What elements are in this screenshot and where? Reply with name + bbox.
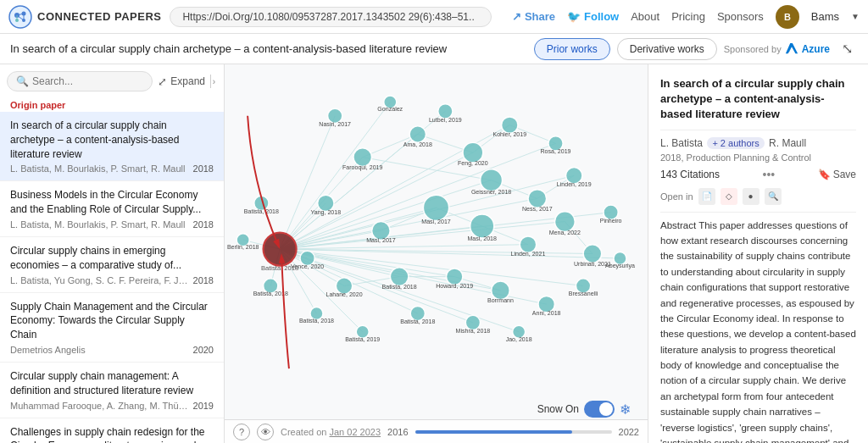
svg-text:Gonzalez: Gonzalez	[377, 106, 403, 112]
about-button[interactable]: About	[631, 10, 659, 23]
more-authors-badge[interactable]: + 2 authors	[707, 137, 764, 149]
bookmark-icon: 🔖	[818, 169, 831, 180]
open-icon-1[interactable]: 📄	[698, 188, 715, 205]
avatar[interactable]: B	[776, 5, 799, 29]
paper-list-item[interactable]: Business Models in the Circular Economy …	[0, 181, 224, 237]
paper-item-year: 2020	[193, 345, 214, 355]
svg-text:Feng, 2020: Feng, 2020	[458, 160, 488, 167]
snow-toggle[interactable]: Snow On ❄	[537, 401, 631, 418]
open-icon-2[interactable]: ◇	[721, 188, 737, 205]
svg-text:Ness, 2017: Ness, 2017	[522, 206, 553, 212]
collapse-panel-button[interactable]: ›	[210, 75, 217, 88]
sponsors-button[interactable]: Sponsors	[717, 10, 764, 23]
azure-icon	[785, 42, 798, 56]
main: 🔍 ⤢ Expand › Origin paper In search of a…	[0, 64, 868, 443]
svg-text:Masi, 2017: Masi, 2017	[421, 219, 451, 224]
svg-text:Yang, 2018: Yang, 2018	[311, 209, 342, 216]
svg-text:Batista, 2019: Batista, 2019	[345, 336, 380, 342]
paper-item-title: Challenges in supply chain redesign for …	[10, 425, 214, 443]
sub-header: In search of a circular supply chain arc…	[0, 34, 868, 64]
fullscreen-button[interactable]: ⤡	[837, 39, 858, 58]
year-end: 2022	[619, 427, 639, 437]
graph-area[interactable]: Batista, 2018 Farooqui, 2019 Ama, 2018 F…	[225, 64, 648, 443]
rp-divider	[660, 130, 856, 130]
sponsored-area: Sponsored by Azure	[724, 42, 830, 56]
search-input[interactable]	[32, 75, 143, 87]
svg-marker-9	[786, 42, 798, 53]
svg-text:Batista, 2018: Batista, 2018	[400, 318, 435, 324]
svg-text:Ama, 2018: Ama, 2018	[403, 141, 432, 147]
sub-header-actions: Prior works Derivative works Sponsored b…	[534, 38, 858, 60]
citation-count: 143 Citations	[660, 169, 720, 180]
more-options-button[interactable]: •••	[762, 168, 775, 181]
paper-item-year: 2018	[193, 163, 214, 174]
paper-item-authors: L. Batista, Yu Gong, S. C. F. Pereira, F…	[10, 275, 188, 285]
search-input-wrap: 🔍	[7, 71, 153, 91]
svg-text:Vence, 2020: Vence, 2020	[291, 263, 324, 269]
paper-item-year: 2019	[193, 401, 214, 411]
svg-text:Borrmann: Borrmann	[487, 297, 514, 303]
snowflake-icon: ❄	[620, 401, 631, 418]
url-bar[interactable]: Https://Doi.Org/10.1080/09537287.2017.13…	[170, 7, 492, 27]
open-icon-3[interactable]: ●	[743, 188, 760, 205]
paper-list-item[interactable]: Supply Chain Management and the Circular…	[0, 293, 224, 363]
svg-text:Bressanelli: Bressanelli	[569, 291, 598, 296]
header: CONNECTED PAPERS Https://Doi.Org/10.1080…	[0, 0, 868, 34]
user-dropdown-icon[interactable]: ▼	[851, 12, 860, 21]
derivative-works-button[interactable]: Derivative works	[617, 38, 717, 60]
paper-list-item[interactable]: Challenges in supply chain redesign for …	[0, 418, 224, 443]
rp-author2: R. Maull	[769, 137, 806, 149]
svg-text:Lahane, 2020: Lahane, 2020	[326, 291, 362, 297]
snow-toggle-switch[interactable]	[584, 401, 615, 418]
paper-item-meta: Muhammad Farooque, A. Zhang, M. Thürer, …	[10, 401, 214, 411]
toggle-knob	[599, 402, 613, 416]
svg-line-26	[280, 208, 436, 249]
svg-text:Farooqui, 2019: Farooqui, 2019	[342, 164, 382, 171]
share-icon: ↗	[512, 10, 521, 23]
svg-text:Masi, 2017: Masi, 2017	[366, 237, 396, 243]
timeline-track[interactable]	[415, 430, 612, 434]
rp-meta: 2018, Production Planning & Control	[660, 152, 856, 163]
open-icon-4[interactable]: 🔍	[765, 188, 782, 205]
logo-icon	[8, 5, 32, 29]
user-label[interactable]: Bams	[811, 10, 839, 23]
share-button[interactable]: ↗ Share	[512, 10, 555, 23]
follow-button[interactable]: 🐦 Follow	[567, 10, 619, 23]
expand-button[interactable]: ⤢ Expand	[158, 75, 205, 88]
paper-list-item[interactable]: In search of a circular supply chain arc…	[0, 112, 224, 181]
svg-text:Linden, 2021: Linden, 2021	[511, 251, 546, 257]
prior-works-button[interactable]: Prior works	[534, 38, 610, 60]
search-bar-row: 🔍 ⤢ Expand ›	[0, 64, 224, 95]
rp-authors: L. Batista + 2 authors R. Maull	[660, 137, 856, 149]
svg-text:Linden, 2019: Linden, 2019	[557, 181, 592, 187]
paper-list-item[interactable]: Circular supply chains in emerging econo…	[0, 237, 224, 293]
graph-node[interactable]	[409, 126, 426, 143]
help-button[interactable]: ?	[233, 424, 250, 440]
paper-item-title: Circular supply chain management: A defi…	[10, 369, 214, 398]
expand-icon: ⤢	[158, 75, 167, 88]
save-button[interactable]: 🔖 Save	[818, 169, 856, 180]
paper-item-authors: Muhammad Farooque, A. Zhang, M. Thürer, …	[10, 401, 188, 411]
graph-node[interactable]	[481, 169, 503, 191]
eye-button[interactable]: 👁	[257, 424, 274, 440]
graph-node[interactable]	[423, 195, 448, 220]
paper-item-year: 2018	[193, 219, 214, 230]
pricing-button[interactable]: Pricing	[671, 10, 705, 23]
paper-list-item[interactable]: Circular supply chain management: A defi…	[0, 363, 224, 418]
svg-text:Howard, 2019: Howard, 2019	[436, 283, 473, 289]
svg-text:Mishra, 2018: Mishra, 2018	[456, 328, 491, 334]
left-panel: 🔍 ⤢ Expand › Origin paper In search of a…	[0, 64, 225, 443]
paper-item-meta: L. Batista, M. Bourlakis, P. Smart, R. M…	[10, 163, 214, 174]
svg-text:Anni, 2018: Anni, 2018	[532, 310, 561, 316]
paper-item-title: Business Models in the Circular Economy …	[10, 188, 214, 217]
paper-item-authors: Demetrios Angelis	[10, 345, 188, 355]
rp-abstract: Abstract This paper addresses questions …	[660, 218, 856, 443]
graph-node[interactable]	[470, 214, 494, 238]
open-in-row: Open in 📄 ◇ ● 🔍	[660, 188, 856, 205]
origin-node[interactable]	[264, 233, 297, 266]
svg-text:Batista, 2018: Batista, 2018	[299, 318, 334, 324]
paper-item-title: In search of a circular supply chain arc…	[10, 119, 214, 161]
created-date-link[interactable]: Jan 02 2023	[329, 427, 381, 437]
svg-text:Batista, 2018: Batista, 2018	[244, 208, 279, 214]
paper-item-year: 2018	[193, 275, 214, 285]
